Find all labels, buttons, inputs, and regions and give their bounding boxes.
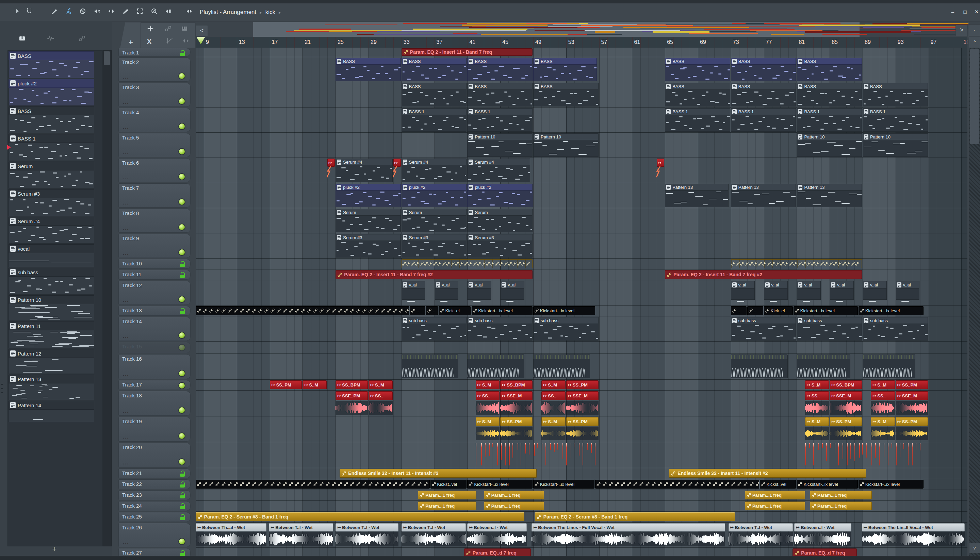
automation-clip[interactable]: Param...1 freq <box>810 491 872 500</box>
pattern-clip[interactable]: BASS <box>731 58 796 81</box>
track-header[interactable]: Track 24 <box>118 501 190 511</box>
pattern-clip[interactable]: Serum #4 <box>402 158 467 182</box>
lock-icon[interactable] <box>180 470 185 477</box>
pattern-clip[interactable]: sub bass <box>731 317 796 340</box>
track-header[interactable]: Track 10 <box>118 259 190 269</box>
lock-icon[interactable] <box>180 261 185 267</box>
marker-clip[interactable]: ↦ <box>327 158 335 167</box>
piano-icon[interactable] <box>17 35 32 46</box>
audio-clip[interactable]: ↦SS..PM <box>566 417 598 426</box>
kickstart-clip[interactable]: Kickstart-..ix level <box>858 306 924 315</box>
scrollbar-handle[interactable] <box>104 52 110 65</box>
pattern-clip[interactable]: BASS 1 <box>665 108 730 132</box>
vocal-clip[interactable]: v..al <box>830 281 854 303</box>
audio-clip[interactable]: ↦S..M <box>542 417 565 426</box>
track-header[interactable]: Track 9... <box>118 234 190 258</box>
track-header[interactable]: Track 17 <box>118 380 190 390</box>
pattern-item[interactable]: Pattern 10 <box>8 295 94 321</box>
track-header[interactable]: Track 11 <box>118 270 190 280</box>
automation-clip[interactable]: Param. EQ 2 - Serum #8 - Band 1 freq <box>535 512 735 521</box>
audio-clip[interactable]: ↦SS..PM <box>830 417 862 426</box>
lock-icon[interactable] <box>180 308 185 314</box>
track-led[interactable] <box>178 148 185 155</box>
kickstart-clip[interactable]: Kickstart-..ix level <box>472 306 533 315</box>
automation-clip[interactable]: Param...1 freq <box>484 491 544 500</box>
audio-clip[interactable]: ↦S..M <box>476 417 500 426</box>
pattern-clip[interactable]: BASS <box>665 58 730 81</box>
vocal-clip[interactable]: v..al <box>863 281 887 303</box>
track-led[interactable] <box>178 296 185 303</box>
track-header[interactable]: Track 6... <box>118 158 190 182</box>
track-header[interactable]: Track 19... <box>118 417 190 442</box>
monitor-icon[interactable] <box>185 7 194 16</box>
paint-icon[interactable] <box>65 7 73 16</box>
vocal-clip[interactable]: v..al <box>896 281 920 303</box>
pattern-clip[interactable]: sub bass <box>533 317 598 340</box>
track-header[interactable]: Track 8... <box>118 208 190 233</box>
kickstart-clip[interactable]: .. <box>747 306 763 315</box>
track-header[interactable]: Track 25 <box>118 512 190 522</box>
draw-icon[interactable] <box>50 7 59 16</box>
scroll-left-button[interactable]: < <box>196 25 208 37</box>
audio-clip[interactable]: ↦SS.. <box>542 391 565 400</box>
vocal-clip[interactable]: v..al <box>402 281 426 303</box>
audio-clip[interactable]: ↦SSE..M <box>896 391 928 400</box>
vocal-audio-clip[interactable]: ↦Between The Lines - Full Vocal - Wet <box>532 523 725 532</box>
playlist-grid[interactable]: Param. EQ 2 - Insert 11 - Band 7 freqBAS… <box>196 48 967 559</box>
pattern-item[interactable]: Serum #3 <box>8 189 94 216</box>
automation-clip[interactable]: Param...1 freq <box>418 491 477 500</box>
scroll-up-button[interactable]: ^ <box>969 37 980 48</box>
audio-icon[interactable] <box>46 35 60 46</box>
pattern-clip[interactable]: BASS 1 <box>402 108 467 132</box>
pattern-clip[interactable]: BASS <box>467 83 533 107</box>
pattern-clip[interactable]: Pattern 10 <box>797 133 862 157</box>
kickstart-clip[interactable]: Kick..el <box>438 306 471 315</box>
lock-icon[interactable] <box>180 272 185 278</box>
delete-button[interactable]: X <box>147 38 158 47</box>
audio-loop-clip[interactable] <box>797 355 850 378</box>
audio-clip[interactable]: ↦SS..PM <box>566 380 598 389</box>
audio-clip[interactable]: ↦SS.. <box>871 391 895 400</box>
automation-clip[interactable]: Param...1 freq <box>484 502 544 510</box>
pattern-clip[interactable]: sub bass <box>402 317 467 340</box>
automation-link-clip[interactable] <box>731 259 862 268</box>
automation-clip[interactable]: Param...1 freq <box>745 502 805 510</box>
piano-icon[interactable] <box>180 25 191 34</box>
link-big-icon[interactable] <box>163 25 175 34</box>
track-header[interactable]: Track 14... <box>118 317 190 341</box>
pattern-clip[interactable]: BASS 1 <box>797 108 862 132</box>
audio-clip[interactable]: ↦S..M <box>303 380 327 389</box>
vocal-audio-clip[interactable]: ↦Between..l - Wet <box>467 523 527 532</box>
pattern-clip[interactable]: Pattern 13 <box>731 184 796 207</box>
pattern-clip[interactable]: Pattern 10 <box>533 133 598 157</box>
pattern-clip[interactable]: BASS <box>533 58 597 81</box>
playlist-lane[interactable] <box>196 48 967 57</box>
vocal-audio-clip[interactable]: ↦Between T..l - Wet <box>335 523 398 532</box>
playlist-lane[interactable] <box>196 233 967 258</box>
audio-clip[interactable]: ↦SSE..M <box>500 391 533 400</box>
playlist-lane[interactable] <box>196 342 967 354</box>
kickstart-clip[interactable] <box>196 480 430 488</box>
select-icon[interactable] <box>136 7 145 16</box>
add-pattern-button[interactable]: + <box>48 545 60 554</box>
pattern-item[interactable]: Pattern 12 <box>8 349 94 374</box>
scrollbar-handle[interactable] <box>970 49 979 144</box>
kickstart-clip[interactable]: Kickstart-..ix level <box>858 480 924 488</box>
pattern-clip[interactable]: BASS <box>797 83 862 107</box>
playlist-options-button[interactable]: · <box>968 25 980 36</box>
pattern-clip[interactable]: pluck #2 <box>402 184 467 207</box>
pattern-clip[interactable]: Pattern 10 <box>863 133 928 157</box>
track-header[interactable]: Track 2... <box>118 57 190 82</box>
audio-loop-clip[interactable] <box>863 355 915 378</box>
track-led[interactable] <box>178 72 185 80</box>
pattern-clip[interactable]: Serum #3 <box>402 234 467 258</box>
audio-clip[interactable]: ↦S..M <box>368 380 393 389</box>
audio-loop-clip[interactable] <box>402 355 458 378</box>
audio-clip[interactable]: ↦SS..BPM <box>830 380 862 389</box>
close-button[interactable]: ✕ <box>973 10 980 15</box>
vocal-clip[interactable]: v..al <box>764 281 788 303</box>
zoom-icon[interactable] <box>150 7 159 16</box>
automation-clip[interactable]: Param. EQ 2 - Insert 11 - Band 7 freq #2 <box>335 270 533 279</box>
play-arrow-icon[interactable] <box>13 7 22 16</box>
track-header[interactable]: Track 21 <box>118 468 190 478</box>
